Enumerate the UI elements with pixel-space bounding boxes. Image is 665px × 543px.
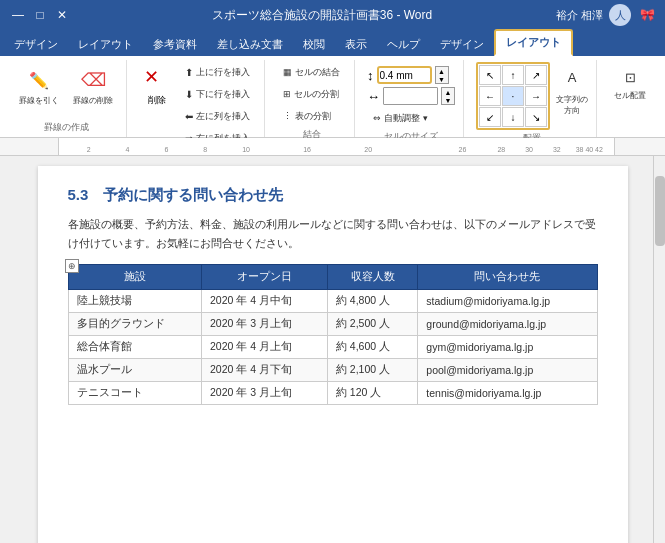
width-input[interactable] [383, 87, 438, 105]
insert-below-button[interactable]: ⬇ 下に行を挿入 [179, 84, 256, 104]
table-cell: stadium@midoriyama.lg.jp​ [418, 290, 597, 313]
delete-button[interactable]: ✕ [139, 62, 175, 92]
table-cell: pool@midoriyama.lg.jp​ [418, 359, 597, 382]
ruler-mark-26: 26 [459, 146, 467, 153]
align-top-left[interactable]: ↖ [479, 65, 501, 85]
avatar[interactable]: 人 [609, 4, 631, 26]
tab-help[interactable]: ヘルプ [377, 33, 430, 56]
height-input[interactable] [377, 66, 432, 84]
height-down-icon[interactable]: ▼ [436, 75, 448, 83]
table-cell: 陸上競技場​ [68, 290, 202, 313]
merge-cells-icon: ▦ [283, 67, 292, 77]
eraser-button[interactable]: ⌫ 罫線の削除 [68, 62, 118, 110]
ruler-mark-20: 20 [364, 146, 372, 153]
align-middle-center[interactable]: · [502, 86, 524, 106]
maximize-button[interactable]: □ [30, 5, 50, 25]
ruler-mark-16: 16 [303, 146, 311, 153]
text-direction-label: 文字列の方向 [556, 94, 588, 116]
ribbon: ✏️ 罫線を引く ⌫ 罫線の削除 罫線の作成 ✕ 削除 ⬆ 上に行を挿入 [0, 56, 665, 138]
auto-adjust-label: 自動調整 [384, 112, 420, 125]
align-middle-left[interactable]: ← [479, 86, 501, 106]
table-cell: テニスコート​ [68, 382, 202, 405]
v-scrollbar[interactable] [653, 156, 665, 543]
tab-table-design[interactable]: デザイン [430, 33, 494, 56]
minimize-button[interactable]: — [8, 5, 28, 25]
draw-table-button[interactable]: ✏️ 罫線を引く [14, 62, 64, 110]
insert-below-label: 下に行を挿入 [196, 88, 250, 101]
v-scroll-thumb[interactable] [655, 176, 665, 246]
insert-left-button[interactable]: ⬅ 左に列を挿入 [179, 106, 256, 126]
table-cell: 約 120 人​ [327, 382, 417, 405]
height-spinner[interactable]: ▲ ▼ [435, 66, 449, 84]
insert-col: ⬆ 上に行を挿入 ⬇ 下に行を挿入 ⬅ 左に列を挿入 ➡ 右に列を挿入 [179, 62, 256, 148]
table-cell: 約 4,800 人​ [327, 290, 417, 313]
insert-left-label: 左に列を挿入 [196, 110, 250, 123]
section-heading: 5.3 予約に関する問い合わせ先 [68, 186, 598, 205]
table-cell: 温水プール​ [68, 359, 202, 382]
align-middle-right[interactable]: → [525, 86, 547, 106]
ribbon-group-rows-cols: ✕ 削除 ⬆ 上に行を挿入 ⬇ 下に行を挿入 ⬅ 左に列を挿入 ➡ [131, 60, 265, 137]
auto-adjust-button[interactable]: ⇔ 自動調整▾ [367, 108, 434, 128]
align-bottom-center[interactable]: ↓ [502, 107, 524, 127]
draw-table-icon: ✏️ [25, 66, 53, 94]
height-icon: ↕ [367, 68, 374, 83]
width-row: ↔ ▲ ▼ [367, 87, 455, 105]
table-row: 総合体育館​2020 年 4 月上旬​約 4,600 人​gym@midoriy… [68, 336, 597, 359]
data-table: 施設 オープン日 収容人数 問い合わせ先 陸上競技場​2020 年 4 月中旬​… [68, 264, 598, 405]
width-spinner[interactable]: ▲ ▼ [441, 87, 455, 105]
merge-cells-button[interactable]: ▦ セルの結合 [277, 62, 346, 82]
table-cell: ground@midoriyama.lg.jp​ [418, 313, 597, 336]
split-cells-button[interactable]: ⊞ セルの分割 [277, 84, 346, 104]
cell-size-content: ↕ ▲ ▼ ↔ ▲ ▼ ⇔ 自動調整▾ [367, 62, 455, 128]
tab-references[interactable]: 参考資料 [143, 33, 207, 56]
align-bottom-left[interactable]: ↙ [479, 107, 501, 127]
text-dir-col: A 文字列の方向 [556, 62, 588, 116]
page: ⊕ 5.3 予約に関する問い合わせ先 各施設の概要、予約方法、料金、施設の利用ル… [38, 166, 628, 543]
table-move-handle[interactable]: ⊕ [65, 259, 79, 273]
col-facility: 施設 [68, 265, 202, 290]
draw-table-label: 罫線を引く [19, 96, 59, 106]
height-up-icon[interactable]: ▲ [436, 67, 448, 75]
height-row: ↕ ▲ ▼ [367, 66, 449, 84]
cell-margins-button[interactable]: ⊡ セル配置 [609, 62, 651, 105]
title-bar: — □ ✕ スポーツ総合施設の開設計画書36 - Word 裕介 相澤 人 🎀 [0, 0, 665, 30]
align-top-center[interactable]: ↑ [502, 65, 524, 85]
split-table-label: 表の分割 [295, 110, 331, 123]
tab-design[interactable]: デザイン [4, 33, 68, 56]
delete-label: 削除 [148, 94, 166, 107]
ruler-mark-6: 6 [164, 146, 168, 153]
delete-icon: ✕ [144, 66, 159, 88]
insert-left-icon: ⬅ [185, 111, 193, 122]
width-down-icon[interactable]: ▼ [442, 96, 454, 104]
col-capacity: 収容人数 [327, 265, 417, 290]
insert-above-label: 上に行を挿入 [196, 66, 250, 79]
tab-table-layout[interactable]: レイアウト [494, 29, 573, 56]
insert-above-button[interactable]: ⬆ 上に行を挿入 [179, 62, 256, 82]
table-cell: 2020 年 4 月下旬​ [202, 359, 328, 382]
tab-view[interactable]: 表示 [335, 33, 377, 56]
tab-review[interactable]: 校閲 [293, 33, 335, 56]
ribbon-toggle-icon[interactable]: 🎀 [637, 5, 657, 25]
window-title: スポーツ総合施設の開設計画書36 - Word [212, 7, 432, 24]
merge-content: ▦ セルの結合 ⊞ セルの分割 ⋮ 表の分割 [277, 62, 346, 126]
bottom-space [68, 405, 598, 425]
split-table-button[interactable]: ⋮ 表の分割 [277, 106, 346, 126]
ruler-mark-28: 28 [497, 146, 505, 153]
tab-mailings[interactable]: 差し込み文書 [207, 33, 293, 56]
align-top-right[interactable]: ↗ [525, 65, 547, 85]
col-contact: 問い合わせ先 [418, 265, 597, 290]
text-direction-button[interactable]: A [557, 62, 587, 92]
ruler-mark-4: 4 [126, 146, 130, 153]
table-header-row: 施設 オープン日 収容人数 問い合わせ先 [68, 265, 597, 290]
table-cell: 2020 年 4 月中旬​ [202, 290, 328, 313]
width-up-icon[interactable]: ▲ [442, 88, 454, 96]
align-bottom-right[interactable]: ↘ [525, 107, 547, 127]
ruler-inner: 2 4 6 8 10 16 20 26 28 30 32 38 40 42 [58, 138, 615, 155]
close-button[interactable]: ✕ [52, 5, 72, 25]
cell-margins-label: セル配置 [614, 90, 646, 101]
table-cell: 多目的グラウンド​ [68, 313, 202, 336]
tab-layout-page[interactable]: レイアウト [68, 33, 143, 56]
split-cells-icon: ⊞ [283, 89, 291, 99]
draw-buttons: ✏️ 罫線を引く ⌫ 罫線の削除 [14, 62, 118, 119]
insert-above-icon: ⬆ [185, 67, 193, 78]
